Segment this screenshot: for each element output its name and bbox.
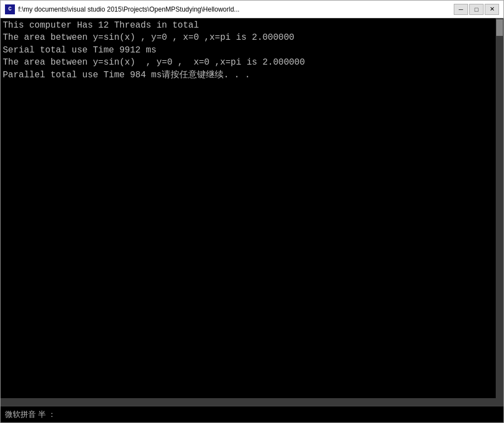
- horizontal-scrollbar[interactable]: [1, 398, 496, 406]
- vertical-scrollbar[interactable]: [496, 18, 503, 398]
- console-area: This computer Has 12 Threads in total Th…: [1, 18, 503, 406]
- status-bar: 微软拼音 半 ：: [1, 406, 503, 422]
- maximize-button[interactable]: □: [469, 4, 484, 15]
- window-title: f:\my documents\visual studio 2015\Proje…: [18, 6, 449, 13]
- app-icon: C: [5, 4, 15, 14]
- minimize-button[interactable]: ─: [454, 4, 468, 15]
- title-bar: C f:\my documents\visual studio 2015\Pro…: [1, 1, 503, 18]
- status-text: 微软拼音 半 ：: [5, 410, 56, 420]
- scrollbar-thumb-y[interactable]: [496, 19, 503, 36]
- application-window: C f:\my documents\visual studio 2015\Pro…: [0, 0, 504, 423]
- console-output: This computer Has 12 Threads in total Th…: [1, 18, 503, 406]
- close-button[interactable]: ✕: [485, 4, 499, 15]
- scrollbar-corner: [496, 398, 503, 406]
- window-controls: ─ □ ✕: [454, 4, 499, 15]
